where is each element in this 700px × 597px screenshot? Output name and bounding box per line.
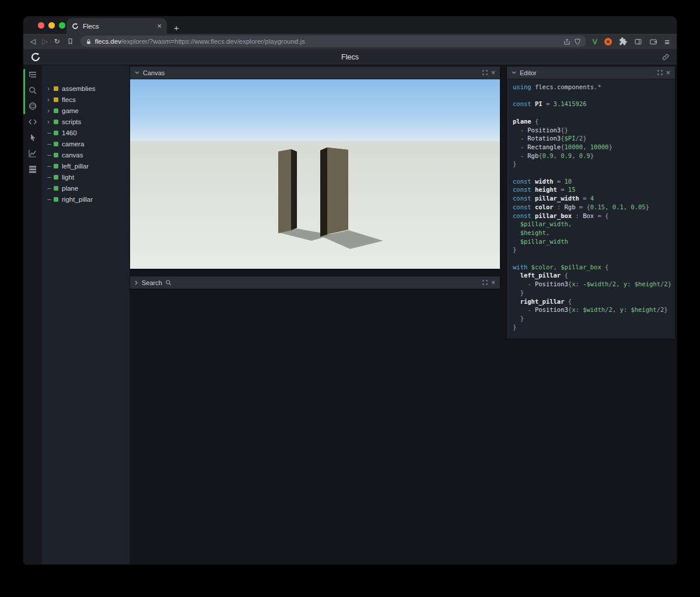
- browser-tab-flecs[interactable]: Flecs ×: [66, 18, 167, 34]
- code-line: $pillar_width: [513, 237, 675, 246]
- code-line: right_pillar {: [513, 297, 675, 306]
- tree-item-left_pillar[interactable]: –left_pillar: [42, 160, 130, 171]
- entity-type-icon: [54, 175, 58, 180]
- code-line: }: [513, 314, 675, 323]
- right-pillar-front: [327, 148, 348, 234]
- entity-label: light: [62, 174, 74, 181]
- entity-type-icon: [54, 153, 58, 157]
- search-panel-header[interactable]: Search ×: [130, 276, 500, 289]
- code-line: [513, 254, 675, 263]
- tab-strip: Flecs × +: [23, 16, 677, 34]
- chevron-right-icon[interactable]: [135, 280, 138, 285]
- code-line: const width = 10: [513, 177, 675, 186]
- entity-label: canvas: [62, 152, 83, 159]
- desktop-background: Flecs × + ◁ ▷ ↻ flecs.dev/explorer/?wasm…: [0, 0, 700, 597]
- code-line: const pillar_box : Box = {: [513, 212, 675, 220]
- forward-button: ▷: [42, 38, 47, 45]
- leaf-dash-icon: –: [47, 163, 54, 170]
- extension-orange-icon[interactable]: [604, 38, 612, 45]
- fullscreen-icon[interactable]: [657, 70, 663, 75]
- leaf-dash-icon: –: [47, 141, 54, 148]
- tree-item-plane[interactable]: –plane: [42, 182, 130, 194]
- tree-item-assemblies[interactable]: ›assemblies: [42, 83, 130, 94]
- tree-item-1460[interactable]: –1460: [42, 127, 130, 138]
- close-panel-icon[interactable]: ×: [666, 69, 670, 76]
- code-line: using flecs.components.*: [513, 83, 675, 92]
- leaf-dash-icon: –: [47, 185, 54, 192]
- entity-type-icon: [54, 108, 58, 113]
- expand-chevron-icon[interactable]: ›: [47, 85, 54, 92]
- side-panel-icon[interactable]: [634, 38, 642, 45]
- code-line: }: [513, 245, 675, 254]
- tree-item-flecs[interactable]: ›flecs: [42, 94, 130, 105]
- right-pillar-side: [320, 148, 327, 237]
- editor-panel-header[interactable]: Editor ×: [507, 66, 675, 79]
- code-line: }: [513, 160, 675, 168]
- close-panel-icon[interactable]: ×: [491, 279, 495, 286]
- entity-type-icon: [54, 142, 58, 146]
- entity-tree-icon[interactable]: [28, 70, 37, 79]
- search-panel-title: Search: [142, 279, 162, 286]
- fullscreen-icon[interactable]: [482, 280, 488, 285]
- rows-list-icon[interactable]: [28, 164, 37, 174]
- close-panel-icon[interactable]: ×: [491, 69, 495, 76]
- panel-area: Canvas ×: [130, 65, 677, 564]
- wallet-icon[interactable]: [649, 38, 657, 45]
- expand-chevron-icon[interactable]: ›: [47, 107, 54, 114]
- bookmark-icon[interactable]: [66, 37, 74, 45]
- browser-toolbar: ◁ ▷ ↻ flecs.dev/explorer/?wasm=https://w…: [23, 34, 677, 49]
- search-rail-icon[interactable]: [28, 86, 37, 95]
- zoom-window-button[interactable]: [59, 22, 65, 29]
- entity-label: flecs: [62, 96, 76, 103]
- close-window-button[interactable]: [38, 22, 44, 29]
- share-icon[interactable]: [564, 38, 570, 45]
- share-link-icon[interactable]: [662, 53, 670, 61]
- tree-item-camera[interactable]: –camera: [42, 138, 130, 149]
- back-button[interactable]: ◁: [30, 38, 36, 45]
- browser-menu-icon[interactable]: ≡: [664, 37, 670, 47]
- canvas-3d-viewport[interactable]: [130, 79, 500, 269]
- code-line: with $color, $pillar_box {: [513, 263, 675, 272]
- window-controls: [38, 22, 65, 29]
- expand-chevron-icon[interactable]: ›: [47, 96, 54, 103]
- tree-item-game[interactable]: ›game: [42, 105, 130, 116]
- entity-label: game: [62, 107, 79, 114]
- tab-close-icon[interactable]: ×: [157, 22, 162, 30]
- lock-icon[interactable]: [86, 38, 92, 45]
- entity-type-icon: [54, 186, 58, 191]
- stats-chart-icon[interactable]: [28, 149, 37, 158]
- inspector-cursor-icon[interactable]: [28, 133, 37, 142]
- reload-button[interactable]: ↻: [54, 38, 60, 45]
- code-line: - Rgb{0.9, 0.9, 0.9}: [513, 152, 675, 160]
- new-tab-button[interactable]: +: [174, 23, 179, 32]
- extensions-puzzle-icon[interactable]: [619, 37, 627, 45]
- tree-item-right_pillar[interactable]: –right_pillar: [42, 194, 130, 205]
- chevron-down-icon[interactable]: [135, 71, 139, 75]
- canvas-panel: Canvas ×: [130, 66, 501, 269]
- editor-code[interactable]: using flecs.components.* const PI = 3.14…: [507, 79, 675, 339]
- leaf-dash-icon: –: [47, 196, 54, 203]
- brave-shield-icon[interactable]: [574, 38, 581, 45]
- toolbar-extensions-area: V ≡: [593, 37, 670, 47]
- tree-item-canvas[interactable]: –canvas: [42, 149, 130, 160]
- canvas-panel-title: Canvas: [143, 69, 164, 76]
- canvas-panel-header[interactable]: Canvas ×: [130, 66, 500, 79]
- world-icon[interactable]: [28, 101, 37, 111]
- expand-chevron-icon[interactable]: ›: [47, 118, 54, 125]
- chevron-down-icon[interactable]: [512, 71, 516, 75]
- tree-item-light[interactable]: –light: [42, 171, 130, 182]
- entity-type-icon: [54, 131, 58, 135]
- entity-label: scripts: [62, 118, 81, 125]
- code-line: $height,: [513, 229, 675, 237]
- leaf-dash-icon: –: [47, 129, 54, 136]
- code-line: - Rectangle{10000, 10000}: [513, 143, 675, 152]
- extension-v-icon[interactable]: V: [593, 37, 598, 46]
- address-bar[interactable]: flecs.dev/explorer/?wasm=https://www.fle…: [80, 36, 586, 47]
- fullscreen-icon[interactable]: [482, 70, 488, 75]
- code-line: plane {: [513, 117, 675, 126]
- tree-item-scripts[interactable]: ›scripts: [42, 116, 130, 127]
- entity-label: assemblies: [62, 85, 96, 92]
- minimize-window-button[interactable]: [48, 22, 55, 29]
- entity-type-icon: [54, 197, 58, 202]
- code-editor-icon[interactable]: [28, 117, 37, 127]
